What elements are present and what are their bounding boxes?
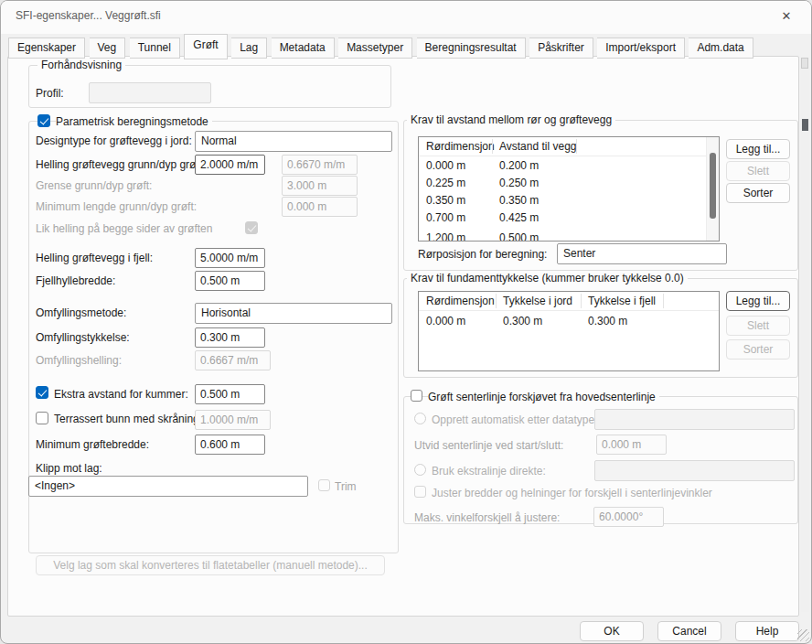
tab-massetyper[interactable]: Massetyper <box>338 38 412 59</box>
profil-label: Profil: <box>36 87 64 100</box>
page-scrollbar-thumb[interactable] <box>802 119 808 131</box>
dialog-window: SFI-egenskaper... Veggrøft.sfi ✕ Egenska… <box>0 0 812 644</box>
page-scrollbar[interactable] <box>801 58 809 612</box>
close-icon[interactable]: ✕ <box>775 7 798 26</box>
avstand-col-rordimensjon[interactable]: Rørdimensjon <box>426 140 495 153</box>
tab-import-eksport[interactable]: Import/eksport <box>597 38 685 59</box>
klipp-mot-lag-select[interactable]: <Ingen> <box>28 476 308 497</box>
avstand-sorter-button[interactable]: Sorter <box>726 183 790 203</box>
table-cell[interactable]: 0.300 m <box>588 315 627 327</box>
table-cell[interactable]: 0.700 m <box>426 211 465 224</box>
omfyll-metode-label: Omfyllingsmetode: <box>36 306 126 319</box>
bruk-ekstralinje-select[interactable] <box>594 460 795 481</box>
table-cell[interactable]: 1.200 m <box>426 231 465 242</box>
parametric-checkbox[interactable] <box>37 114 50 127</box>
terrassert-checkbox[interactable] <box>36 412 48 424</box>
tab-beregningsresultat[interactable]: Beregningsresultat <box>417 38 526 59</box>
column-separator <box>496 294 497 308</box>
scrollbar-arrow-up[interactable] <box>801 58 808 69</box>
velg-lag-button[interactable]: Velg lag som skal konverteres til flatet… <box>36 555 385 575</box>
table-cell[interactable]: 0.250 m <box>499 177 539 189</box>
resize-grip[interactable] <box>797 629 809 641</box>
maks-vinkel-label: Maks. vinkelforskjell å justere: <box>414 511 560 524</box>
tab-metadata[interactable]: Metadata <box>272 38 335 59</box>
klipp-mot-lag-label: Klipp mot lag: <box>36 462 102 475</box>
avstand-table[interactable]: Rørdimensjon Avstand til vegg 0.000 m 0.… <box>418 136 720 242</box>
table-cell[interactable]: 0.300 m <box>503 315 542 327</box>
rorposisjon-select[interactable]: Senter <box>557 243 727 264</box>
omfyll-metode-select[interactable]: Horisontal <box>195 303 392 324</box>
lik-helling-checkbox[interactable] <box>245 221 258 234</box>
min-lengde-input[interactable]: 0.000 m <box>282 197 358 217</box>
omfyll-tykkelse-input[interactable]: 0.300 m <box>195 327 265 348</box>
column-separator <box>663 294 664 308</box>
tab-tunnel[interactable]: Tunnel <box>130 38 180 59</box>
maks-vinkel-input[interactable]: 60.0000° <box>593 507 664 527</box>
table-cell[interactable]: 0.225 m <box>426 177 465 189</box>
preview-group-title: Forhåndsvisning <box>37 59 125 71</box>
min-lengde-label: Minimum lengde grunn/dyp grøft: <box>36 200 197 213</box>
fundament-col-rordimensjon[interactable]: Rørdimensjon <box>426 295 495 307</box>
table-scrollbar[interactable] <box>706 137 719 241</box>
grense-input[interactable]: 3.000 m <box>282 176 358 196</box>
helling-grunn-input[interactable]: 2.0000 m/m <box>195 155 265 175</box>
table-cell[interactable]: 0.500 m <box>499 231 539 242</box>
title-bar[interactable]: SFI-egenskaper... Veggrøft.sfi ✕ <box>1 1 811 34</box>
avstand-legg-til-button[interactable]: Legg til... <box>726 139 790 159</box>
lik-helling-label: Lik helling på begge sider av grøften <box>36 222 212 235</box>
fjellhylle-input[interactable]: 0.500 m <box>195 271 265 291</box>
cancel-button[interactable]: Cancel <box>657 621 721 641</box>
juster-checkbox[interactable] <box>414 486 426 498</box>
senterlinje-checkbox[interactable] <box>411 390 422 402</box>
avstand-slett-button[interactable]: Slett <box>726 161 790 181</box>
table-cell[interactable]: 0.425 m <box>499 211 539 224</box>
tab-paskrifter[interactable]: Påskrifter <box>529 38 593 59</box>
table-cell[interactable]: 0.350 m <box>499 194 539 207</box>
tab-veg[interactable]: Veg <box>90 38 126 59</box>
fundament-col-jord[interactable]: Tykkelse i jord <box>503 295 572 307</box>
help-button[interactable]: Help <box>735 621 799 641</box>
tab-lag[interactable]: Lag <box>231 38 267 59</box>
tab-groft[interactable]: Grøft <box>184 34 227 59</box>
opprett-select[interactable] <box>594 409 795 430</box>
scrollbar-thumb[interactable] <box>710 153 716 219</box>
ekstra-kummer-input[interactable]: 0.500 m <box>195 384 265 404</box>
utvid-input[interactable]: 0.000 m <box>596 435 667 455</box>
trim-checkbox[interactable] <box>318 479 330 491</box>
fundament-legg-til-button[interactable]: Legg til... <box>726 291 790 311</box>
tab-egenskaper[interactable]: Egenskaper <box>8 38 85 59</box>
bruk-ekstralinje-radio[interactable] <box>414 464 426 476</box>
helling-fjell-input[interactable]: 5.0000 m/m <box>195 248 265 268</box>
omfyll-helling-input[interactable]: 0.6667 m/m <box>195 350 271 370</box>
fundament-table[interactable]: Rørdimensjon Tykkelse i jord Tykkelse i … <box>418 291 720 371</box>
tab-admdata[interactable]: Adm.data <box>689 38 753 59</box>
fundament-slett-button[interactable]: Slett <box>726 316 790 336</box>
terrassert-label: Terrassert bunn med skråning: <box>54 413 202 425</box>
column-separator <box>576 139 577 154</box>
min-bredde-input[interactable]: 0.600 m <box>195 435 265 455</box>
helling-fjell-label: Helling grøftevegg i fjell: <box>36 252 153 264</box>
opprett-radio[interactable] <box>414 413 426 424</box>
profil-select[interactable] <box>89 82 211 103</box>
fundament-sorter-button[interactable]: Sorter <box>726 339 790 360</box>
ekstra-kummer-checkbox[interactable] <box>36 386 48 399</box>
fundament-table-header: Rørdimensjon Tykkelse i jord Tykkelse i … <box>419 292 719 311</box>
ok-button[interactable]: OK <box>580 621 644 641</box>
column-separator <box>492 139 493 154</box>
table-cell[interactable]: 0.000 m <box>426 315 465 327</box>
designtype-select[interactable]: Normal <box>195 131 392 152</box>
omfyll-tykkelse-label: Omfyllingstykkelse: <box>36 331 130 344</box>
table-cell[interactable]: 0.350 m <box>426 194 465 207</box>
table-cell[interactable]: 0.000 m <box>426 159 465 172</box>
avstand-col-avstand[interactable]: Avstand til vegg <box>499 140 577 153</box>
parametric-label: Parametrisk beregningsmetode <box>56 115 212 128</box>
ekstra-kummer-label: Ekstra avstand for kummer: <box>54 388 188 401</box>
grense-label: Grense grunn/dyp grøft: <box>36 179 152 192</box>
table-cell[interactable]: 0.200 m <box>499 159 539 172</box>
helling-grunn-secondary-input[interactable]: 0.6670 m/m <box>282 155 358 175</box>
fundament-col-fjell[interactable]: Tykkelse i fjell <box>588 295 656 307</box>
fjellhylle-label: Fjellhyllebredde: <box>36 274 115 287</box>
tab-strip: Egenskaper Veg Tunnel Grøft Lag Metadata… <box>8 34 753 57</box>
terrassert-input[interactable]: 1.0000 m/m <box>195 410 271 430</box>
omfyll-helling-label: Omfyllingshelling: <box>36 354 122 367</box>
